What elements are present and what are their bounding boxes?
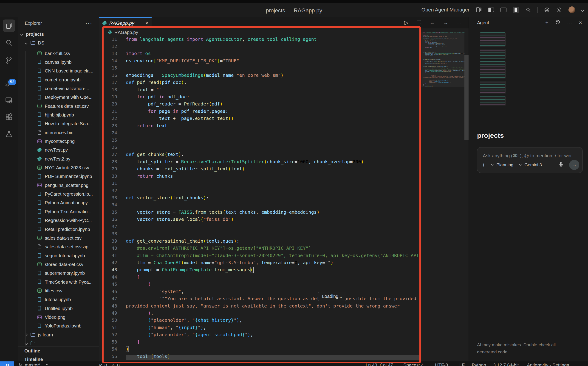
settings-gear-icon[interactable] bbox=[556, 7, 563, 13]
chevron-down-icon[interactable] bbox=[581, 8, 585, 12]
file-row[interactable]: hjjhbjbjb.ipynb bbox=[18, 111, 99, 119]
file-row[interactable]: supermemory.ipynb bbox=[18, 269, 99, 278]
breadcrumb[interactable]: RAGapp.py bbox=[99, 28, 421, 36]
code-line[interactable]: 34 bbox=[99, 201, 421, 209]
code-line[interactable]: 21 for page in pdf_reader.pages: bbox=[99, 108, 421, 115]
sidebar-item-explorer[interactable] bbox=[3, 20, 15, 32]
history-icon[interactable] bbox=[555, 19, 560, 26]
file-row[interactable]: tutorial.ipynb bbox=[18, 295, 99, 304]
remote-indicator[interactable]: >< bbox=[0, 361, 14, 366]
code-line[interactable]: 39def get_conversational_chain(tools,que… bbox=[99, 237, 421, 245]
file-row[interactable]: NYC-Airbnb-2023.csv bbox=[18, 163, 99, 172]
status-item[interactable]: Ln 43, Col 47 bbox=[366, 363, 393, 366]
code-line[interactable]: 13import os bbox=[99, 50, 421, 57]
status-item[interactable]: Spaces: 4 bbox=[403, 363, 424, 366]
sidebar-section-timeline[interactable]: Timeline bbox=[18, 355, 99, 361]
file-row[interactable]: CNN based image cla... bbox=[18, 67, 99, 76]
screenshot-thumbnail[interactable] bbox=[480, 96, 506, 106]
code-line[interactable]: 47 """You are a helpful assistant. Answe… bbox=[99, 295, 421, 303]
customize-layout-icon[interactable] bbox=[476, 7, 482, 13]
code-line[interactable]: 54) bbox=[99, 346, 421, 353]
close-icon[interactable]: × bbox=[579, 20, 582, 26]
file-row[interactable]: Video.png bbox=[18, 313, 99, 322]
code-line[interactable]: 26 bbox=[99, 144, 421, 151]
agent-input-box[interactable]: Ask anything (⌘L), @ to mention, / for w… bbox=[477, 147, 583, 173]
file-row[interactable]: canvas.ipynb bbox=[18, 58, 99, 67]
microphone-icon[interactable] bbox=[558, 161, 564, 168]
code-line[interactable]: 30 return chunks bbox=[99, 173, 421, 180]
minimap[interactable]: from langchain.agents import AgentExecut… bbox=[421, 0, 464, 361]
send-button[interactable]: → bbox=[569, 160, 579, 170]
file-row[interactable]: Features data set.csv bbox=[18, 102, 99, 111]
file-row[interactable]: Python Animation.ipy... bbox=[18, 198, 99, 207]
sidebar-item-remote-explorer[interactable] bbox=[3, 94, 15, 107]
explorer-more-icon[interactable]: ··· bbox=[86, 20, 92, 26]
code-line[interactable]: 24 bbox=[99, 129, 421, 137]
sidebar-item-extensions[interactable] bbox=[3, 111, 15, 123]
file-row[interactable]: titles.csv bbox=[18, 286, 99, 295]
code-line[interactable]: 49 ), bbox=[99, 310, 421, 317]
sidebar-section-outline[interactable]: Outline bbox=[18, 346, 99, 355]
code-line[interactable]: 46 "system", bbox=[99, 288, 421, 295]
tree-folder-js-learn[interactable]: js-learn bbox=[18, 330, 99, 339]
status-item[interactable]: Antigravity - Settings bbox=[527, 363, 569, 366]
file-row[interactable]: comet-error.ipynb bbox=[18, 76, 99, 84]
code-line[interactable]: 45 ( bbox=[99, 281, 421, 288]
code-line[interactable]: 27def get_chunks(text): bbox=[99, 151, 421, 158]
new-chat-icon[interactable]: + bbox=[545, 20, 548, 26]
code-line[interactable]: 23 return text bbox=[99, 122, 421, 130]
vertical-scrollbar[interactable] bbox=[464, 55, 469, 140]
tree-root-projects[interactable]: projects bbox=[18, 30, 99, 38]
code-line[interactable]: 51 ("human", "{input}"), bbox=[99, 324, 421, 331]
code-line[interactable]: 16embeddings = SpacyEmbeddings(model_nam… bbox=[99, 72, 421, 79]
file-row[interactable]: sales data-set.csv bbox=[18, 234, 99, 242]
file-row[interactable]: penguins_scatter.png bbox=[18, 181, 99, 190]
code-line[interactable]: 43 prompt = ChatPromptTemplate.from_mess… bbox=[99, 266, 421, 274]
file-row[interactable]: newTest2.py bbox=[18, 155, 99, 163]
code-line[interactable]: 53 ] bbox=[99, 338, 421, 346]
toggle-left-panel-icon[interactable] bbox=[488, 7, 494, 13]
code-line[interactable]: 19 for pdf in pdf_doc: bbox=[99, 93, 421, 101]
status-item[interactable]: LF bbox=[459, 363, 465, 366]
sidebar-item-testing[interactable] bbox=[3, 128, 15, 140]
attach-icon[interactable]: + bbox=[482, 161, 485, 168]
status-item[interactable]: UTF-8 bbox=[435, 363, 448, 366]
file-row[interactable]: Deployment with Ope... bbox=[18, 93, 99, 102]
file-row[interactable]: PyCaret regression.ip... bbox=[18, 190, 99, 198]
file-row[interactable]: sales data-set.csv.zip bbox=[18, 243, 99, 251]
file-row[interactable]: Regression-with-PyC... bbox=[18, 216, 99, 225]
toggle-right-panel-icon[interactable] bbox=[513, 7, 519, 13]
code-line[interactable]: 36 vector_store.save_local("faiss_db") bbox=[99, 216, 421, 223]
search-icon[interactable] bbox=[525, 7, 532, 13]
code-line[interactable]: 33def vector_store(text_chunks): bbox=[99, 194, 421, 202]
code-line[interactable]: 18 text = "" bbox=[99, 86, 421, 94]
code-line[interactable]: 20 pdf_reader = PdfReader(pdf) bbox=[99, 100, 421, 108]
code-line[interactable]: 11from langchain.agents import AgentExec… bbox=[99, 36, 421, 43]
avatar[interactable] bbox=[568, 7, 575, 13]
code-line[interactable]: 12 bbox=[99, 43, 421, 50]
code-line[interactable]: 22 text += page.extract_text() bbox=[99, 115, 421, 122]
file-row[interactable]: YoloPandas.ipynb bbox=[18, 322, 99, 330]
file-row[interactable]: Python Text Animatio... bbox=[18, 207, 99, 216]
git-branch-item[interactable]: master*+ bbox=[18, 363, 50, 366]
horizontal-scrollbar[interactable] bbox=[126, 355, 420, 360]
file-row[interactable]: comet-visualization-... bbox=[18, 84, 99, 93]
code-line[interactable]: 44 [ bbox=[99, 274, 421, 281]
tree-folder-ds[interactable]: DS bbox=[18, 38, 99, 47]
code-line[interactable]: 29 chunks = text_splitter.split_text(tex… bbox=[99, 165, 421, 173]
code-line[interactable]: 14os.environ["KMP_DUPLICATE_LIB_OK"]="TR… bbox=[99, 57, 421, 65]
sidebar-item-search[interactable] bbox=[3, 37, 15, 49]
file-row[interactable]: PDF Summarizer.ipynb bbox=[18, 172, 99, 181]
code-line[interactable]: 28 text_splitter = RecursiveCharacterTex… bbox=[99, 158, 421, 166]
file-row[interactable]: mycontact.png bbox=[18, 137, 99, 146]
sidebar-item-source-control[interactable] bbox=[3, 54, 15, 67]
code-line[interactable]: 52 ("placeholder", "{agent_scratchpad}")… bbox=[99, 331, 421, 338]
file-row[interactable]: inferences.bin bbox=[18, 128, 99, 137]
screenshot-thumbnail[interactable] bbox=[480, 61, 506, 79]
code-line[interactable]: 40 #os.environ["ANTHROPIC_API_KEY"]=os.g… bbox=[99, 245, 421, 252]
code-line[interactable]: 42 llm = ChatOpenAI(model_name="gpt-3.5-… bbox=[99, 259, 421, 267]
code-line[interactable]: 25 bbox=[99, 137, 421, 144]
screenshot-thumbnail[interactable] bbox=[480, 81, 506, 94]
code-line[interactable]: 37 bbox=[99, 223, 421, 230]
file-row[interactable]: bank-full.csv bbox=[18, 49, 99, 58]
